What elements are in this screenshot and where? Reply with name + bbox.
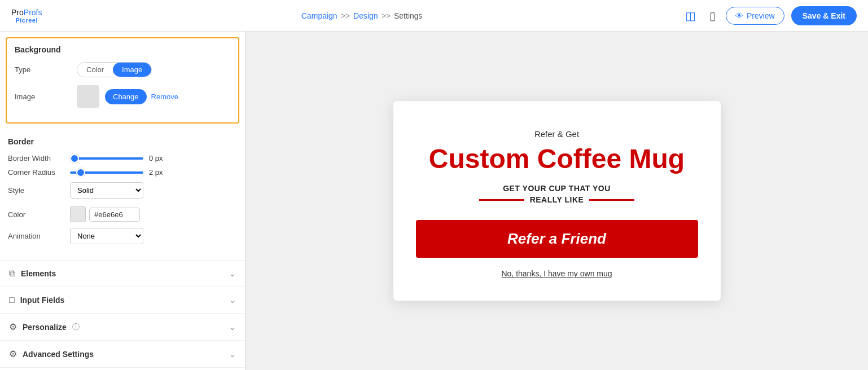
remove-link[interactable]: Remove <box>151 92 178 101</box>
elements-section[interactable]: ⧉ Elements ⌄ <box>0 261 245 287</box>
app-header: ProProfs Picreel Campaign >> Design >> S… <box>0 0 868 32</box>
popup-title: Custom Coffee Mug <box>416 144 698 174</box>
corner-radius-row: Corner Radius 2 px <box>8 168 237 177</box>
type-field-row: Type Color Image <box>15 62 230 77</box>
input-fields-section[interactable]: □ Input Fields ⌄ <box>0 287 245 314</box>
animation-row: Animation None Fade Slide <box>8 228 237 244</box>
advanced-settings-chevron: ⌄ <box>229 350 236 359</box>
color-swatch[interactable] <box>70 206 86 222</box>
elements-icon: ⧉ <box>9 268 15 279</box>
background-title: Background <box>15 45 230 54</box>
border-width-value: 0 px <box>149 154 167 162</box>
save-exit-button[interactable]: Save & Exit <box>791 6 857 25</box>
image-toggle[interactable]: Image <box>113 63 151 77</box>
elements-left: ⧉ Elements <box>9 268 56 279</box>
image-label: Image <box>15 92 77 101</box>
refer-friend-button[interactable]: Refer a Friend <box>416 220 698 258</box>
color-toggle[interactable]: Color <box>77 63 113 77</box>
input-fields-icon: □ <box>9 295 15 305</box>
personalize-icon: ⚙ <box>9 321 17 332</box>
logo-sub: Picreel <box>15 17 38 24</box>
desktop-device-btn[interactable]: ◫ <box>682 6 699 26</box>
popup-preview: Refer & Get Custom Coffee Mug GET YOUR C… <box>393 101 721 301</box>
breadcrumb-sep1: >> <box>341 11 350 20</box>
background-section: Background Type Color Image Image Change… <box>6 37 239 124</box>
color-value: #e6e6e6 <box>89 208 140 222</box>
content-area: Refer & Get Custom Coffee Mug GET YOUR C… <box>246 32 868 370</box>
input-fields-chevron: ⌄ <box>229 296 236 305</box>
preview-button[interactable]: 👁 Preview <box>726 7 784 25</box>
advanced-settings-icon: ⚙ <box>9 349 17 359</box>
header-actions: ◫ ▯ 👁 Preview Save & Exit <box>682 6 857 26</box>
corner-radius-label: Corner Radius <box>8 168 70 177</box>
animation-label: Animation <box>8 232 70 240</box>
breadcrumb-design[interactable]: Design <box>353 11 378 20</box>
sidebar: Background Type Color Image Image Change… <box>0 32 246 370</box>
popup-tagline-wrap: REALLY LIKE <box>416 195 698 204</box>
corner-radius-slider[interactable] <box>70 171 143 174</box>
personalize-help-icon: ⓘ <box>72 322 80 332</box>
image-field-row: Image Change Remove <box>15 85 230 108</box>
advanced-settings-left: ⚙ Advanced Settings <box>9 349 94 359</box>
elements-chevron: ⌄ <box>229 269 236 278</box>
no-thanks-link[interactable]: No, thanks, I have my own mug <box>416 269 698 278</box>
corner-radius-slider-wrap: 2 px <box>70 168 237 177</box>
elements-label: Elements <box>21 269 56 278</box>
border-width-slider[interactable] <box>70 157 143 160</box>
border-section: Border Border Width 0 px Corner Radius 2… <box>0 129 245 261</box>
border-width-label: Border Width <box>8 154 70 162</box>
border-width-slider-wrap: 0 px <box>70 154 237 162</box>
breadcrumb: Campaign >> Design >> Settings <box>301 11 423 20</box>
logo: ProProfs Picreel <box>11 8 42 24</box>
logo-profs: Profs <box>24 8 42 17</box>
type-label: Type <box>15 65 77 74</box>
advanced-settings-section[interactable]: ⚙ Advanced Settings ⌄ <box>0 341 245 368</box>
mobile-device-btn[interactable]: ▯ <box>706 6 719 26</box>
border-width-row: Border Width 0 px <box>8 154 237 162</box>
input-fields-left: □ Input Fields <box>9 295 64 305</box>
personalize-section[interactable]: ⚙ Personalize ⓘ ⌄ <box>0 314 245 341</box>
corner-radius-value: 2 px <box>149 168 167 177</box>
advanced-settings-label: Advanced Settings <box>23 350 94 359</box>
input-fields-label: Input Fields <box>20 296 65 305</box>
change-button[interactable]: Change <box>105 89 147 104</box>
color-row: Color #e6e6e6 <box>8 206 237 222</box>
breadcrumb-campaign[interactable]: Campaign <box>301 11 337 20</box>
tagline-line-left <box>479 199 524 201</box>
tagline-line-right <box>589 199 634 201</box>
personalize-left: ⚙ Personalize ⓘ <box>9 321 80 332</box>
image-preview-swatch <box>77 85 99 108</box>
style-row: Style Solid Dashed Dotted None <box>8 182 237 199</box>
preview-icon: 👁 <box>735 11 743 20</box>
logo-pro: Pro <box>11 8 24 17</box>
breadcrumb-sep2: >> <box>382 11 391 20</box>
popup-tagline-bottom: REALLY LIKE <box>530 195 584 204</box>
personalize-label: Personalize <box>23 323 67 332</box>
style-select[interactable]: Solid Dashed Dotted None <box>70 182 143 199</box>
main-layout: Background Type Color Image Image Change… <box>0 32 868 370</box>
popup-subtitle: Refer & Get <box>416 129 698 139</box>
color-label: Color <box>8 210 70 219</box>
personalize-chevron: ⌄ <box>229 323 236 332</box>
type-toggle-group: Color Image <box>77 62 152 77</box>
preview-label: Preview <box>747 11 775 20</box>
animation-select[interactable]: None Fade Slide <box>70 228 143 244</box>
popup-tagline-top: GET YOUR CUP THAT YOU <box>416 184 698 193</box>
style-label: Style <box>8 186 70 195</box>
breadcrumb-settings: Settings <box>394 11 423 20</box>
border-title: Border <box>8 137 237 146</box>
